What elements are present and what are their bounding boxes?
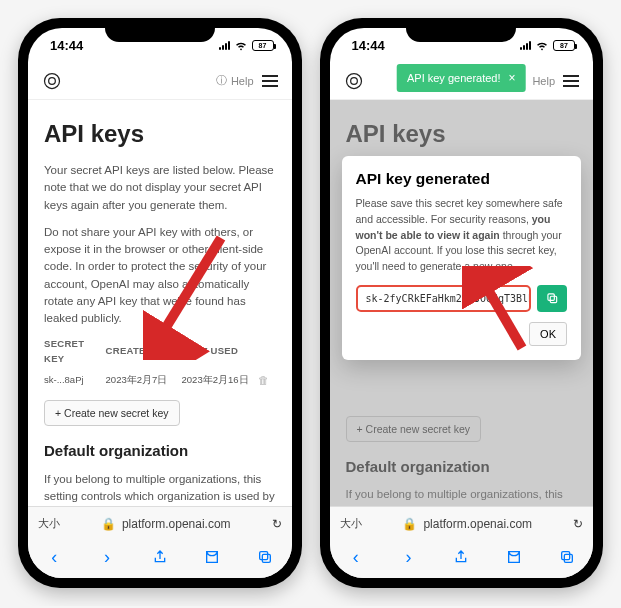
browser-toolbar: ‹ ›	[28, 540, 292, 578]
toast-close-icon[interactable]: ×	[509, 71, 516, 85]
url-text[interactable]: platform.openai.com	[423, 517, 532, 531]
intro-text: Your secret API keys are listed below. P…	[44, 162, 276, 214]
tabs-icon[interactable]	[558, 548, 576, 566]
api-key-modal: API key generated Please save this secre…	[342, 156, 582, 360]
cell-last: 2023年2月16日	[182, 373, 254, 387]
modal-title: API key generated	[356, 170, 568, 188]
bookmarks-icon[interactable]	[505, 548, 523, 566]
reload-icon[interactable]: ↻	[272, 517, 282, 531]
lock-icon: 🔒	[101, 517, 116, 531]
page-content: API keys Your secret API keys are listed…	[28, 100, 292, 506]
phone-right: 14:44 87 Help API keys Your secret API k…	[320, 18, 604, 588]
api-key-field[interactable]: sk-2fyCRkEFaHkm2RF3OQJqT3BlbkFJ	[356, 285, 532, 312]
warning-text: Do not share your API key with others, o…	[44, 224, 276, 328]
svg-point-6	[350, 77, 357, 84]
screen-left: 14:44 87 ⓘ Help API keys Your secret API…	[28, 28, 292, 578]
battery-icon: 87	[252, 40, 274, 51]
org-heading: Default organization	[44, 440, 276, 463]
wifi-icon	[234, 38, 248, 52]
help-icon: ⓘ	[216, 73, 227, 88]
cell-created: 2023年2月7日	[106, 373, 178, 387]
notch	[105, 18, 215, 42]
svg-rect-4	[262, 554, 270, 562]
help-link[interactable]: ⓘ Help	[216, 73, 254, 88]
text-size-button[interactable]: 大小	[38, 516, 60, 531]
svg-rect-3	[260, 552, 268, 560]
col-secret: SECRET KEY	[44, 337, 102, 366]
tabs-icon[interactable]	[256, 548, 274, 566]
toast-notification: API key generated! ×	[397, 64, 526, 92]
back-button[interactable]: ‹	[347, 548, 365, 566]
ok-button[interactable]: OK	[529, 322, 567, 346]
browser-toolbar: ‹ ›	[330, 540, 594, 578]
col-created: CREATED	[106, 344, 178, 358]
create-btn-label: + Create new secret key	[55, 407, 169, 419]
reload-icon[interactable]: ↻	[573, 517, 583, 531]
table-row: sk-...8aPj 2023年2月7日 2023年2月16日 🗑	[44, 372, 276, 389]
url-text[interactable]: platform.openai.com	[122, 517, 231, 531]
text-size-button[interactable]: 大小	[340, 516, 362, 531]
svg-rect-11	[564, 554, 572, 562]
wifi-icon	[535, 38, 549, 52]
menu-button[interactable]	[563, 75, 579, 87]
address-bar: 大小 🔒 platform.openai.com ↻	[330, 506, 594, 540]
phone-left: 14:44 87 ⓘ Help API keys Your secret API…	[18, 18, 302, 588]
battery-icon: 87	[553, 40, 575, 51]
lock-icon: 🔒	[402, 517, 417, 531]
screen-right: 14:44 87 Help API keys Your secret API k…	[330, 28, 594, 578]
status-time: 14:44	[352, 38, 385, 53]
cell-secret: sk-...8aPj	[44, 373, 102, 387]
openai-logo-icon	[42, 71, 62, 91]
forward-button: ›	[98, 548, 116, 566]
create-secret-key-button[interactable]: + Create new secret key	[44, 400, 180, 426]
col-last: LAST USED	[182, 344, 254, 358]
openai-logo-icon	[344, 71, 364, 91]
app-header: ⓘ Help	[28, 62, 292, 100]
forward-button: ›	[400, 548, 418, 566]
signal-icon	[520, 40, 531, 50]
org-body: If you belong to multiple organizations,…	[44, 471, 276, 506]
keys-table: SECRET KEY CREATED LAST USED sk-...8aPj …	[44, 337, 276, 388]
svg-point-1	[49, 77, 56, 84]
share-icon[interactable]	[452, 548, 470, 566]
address-bar: 大小 🔒 platform.openai.com ↻	[28, 506, 292, 540]
notch	[406, 18, 516, 42]
back-button[interactable]: ‹	[45, 548, 63, 566]
help-label: Help	[532, 75, 555, 87]
menu-button[interactable]	[262, 75, 278, 87]
help-link[interactable]: Help	[532, 75, 555, 87]
bookmarks-icon[interactable]	[203, 548, 221, 566]
toast-text: API key generated!	[407, 72, 501, 84]
signal-icon	[219, 40, 230, 50]
svg-rect-7	[548, 294, 554, 300]
modal-body: Please save this secret key somewhere sa…	[356, 196, 568, 275]
svg-rect-8	[550, 297, 556, 303]
svg-point-0	[45, 73, 60, 88]
page-title: API keys	[44, 116, 276, 152]
svg-rect-10	[561, 552, 569, 560]
copy-icon	[545, 291, 559, 305]
copy-button[interactable]	[537, 285, 567, 312]
status-time: 14:44	[50, 38, 83, 53]
share-icon[interactable]	[151, 548, 169, 566]
svg-point-5	[346, 73, 361, 88]
help-label: Help	[231, 75, 254, 87]
delete-icon[interactable]: 🗑	[258, 372, 276, 389]
